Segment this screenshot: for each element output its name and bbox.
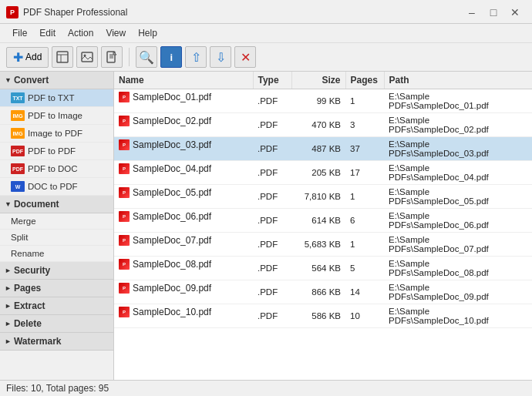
pdf-row-icon: P <box>119 211 130 222</box>
sidebar-item-pdf-to-doc[interactable]: PDF PDF to DOC <box>0 160 113 178</box>
extract-section-label: Extract <box>14 300 45 311</box>
pages-section-header[interactable]: ► Pages <box>0 280 113 297</box>
table-row[interactable]: PSampleDoc_10.pdf.PDF586 KB10E:\Sample P… <box>114 304 532 328</box>
file-pages: 1 <box>345 185 384 209</box>
file-size: 564 KB <box>291 257 345 280</box>
sidebar-item-merge[interactable]: Merge <box>0 213 113 230</box>
convert-section-header[interactable]: ▼ Convert <box>0 72 113 89</box>
file-name: SampleDoc_08.pdf <box>133 259 211 270</box>
col-size[interactable]: Size <box>291 72 345 89</box>
maximize-button[interactable]: □ <box>483 5 504 20</box>
table-row[interactable]: PSampleDoc_09.pdf.PDF866 KB14E:\Sample P… <box>114 280 532 304</box>
table-row[interactable]: PSampleDoc_03.pdf.PDF487 KB37E:\Sample P… <box>114 137 532 161</box>
minimize-button[interactable]: – <box>461 5 483 20</box>
sidebar-item-doc-to-pdf[interactable]: W DOC to PDF <box>0 178 113 196</box>
document-button[interactable] <box>101 46 123 68</box>
file-type: .PDF <box>253 113 291 137</box>
pdf-row-icon: P <box>119 307 130 317</box>
sidebar-item-split[interactable]: Split <box>0 230 113 246</box>
extract-section-header[interactable]: ► Extract <box>0 297 113 315</box>
svg-rect-3 <box>82 52 93 62</box>
page-layout-button[interactable] <box>52 46 73 68</box>
watermark-section-header[interactable]: ► Watermark <box>0 333 113 351</box>
menu-action[interactable]: Action <box>62 25 99 41</box>
add-button[interactable]: ✚ Add <box>6 47 49 68</box>
image-button[interactable] <box>76 46 98 68</box>
table-row[interactable]: PSampleDoc_07.pdf.PDF5,683 KB1E:\Sample … <box>114 233 532 257</box>
file-name: SampleDoc_10.pdf <box>133 307 211 317</box>
menu-help[interactable]: Help <box>132 25 163 41</box>
file-path: E:\Sample PDFs\SampleDoc_06.pdf <box>384 209 532 233</box>
sidebar-item-pdf-to-txt[interactable]: TXT PDF to TXT <box>0 89 113 107</box>
col-type[interactable]: Type <box>253 72 291 89</box>
file-name: SampleDoc_03.pdf <box>133 139 211 150</box>
file-name: SampleDoc_02.pdf <box>133 116 211 126</box>
file-name: SampleDoc_01.pdf <box>133 92 211 102</box>
file-pages: 14 <box>345 280 384 304</box>
file-path: E:\Sample PDFs\SampleDoc_09.pdf <box>384 280 532 304</box>
info-button[interactable]: i <box>160 46 182 68</box>
col-pages[interactable]: Pages <box>345 72 384 89</box>
file-type: .PDF <box>253 185 291 209</box>
sidebar-item-pdf-to-image[interactable]: IMG PDF to Image <box>0 107 113 125</box>
delete-section-header[interactable]: ► Delete <box>0 315 113 333</box>
pdf-row-icon: P <box>119 163 130 174</box>
delete-button[interactable]: ✕ <box>234 46 256 68</box>
col-path[interactable]: Path <box>384 72 532 89</box>
table-row[interactable]: PSampleDoc_05.pdf.PDF7,810 KB1E:\Sample … <box>114 185 532 209</box>
security-section-label: Security <box>14 265 50 276</box>
table-row[interactable]: PSampleDoc_08.pdf.PDF564 KB5E:\Sample PD… <box>114 257 532 280</box>
sidebar-item-pdf-to-pdf[interactable]: PDF PDF to PDF <box>0 143 113 160</box>
move-up-button[interactable]: ⇧ <box>185 46 207 68</box>
main-layout: ▼ Convert TXT PDF to TXT IMG PDF to Imag… <box>0 72 532 380</box>
close-button[interactable]: ✕ <box>504 5 526 20</box>
pdf-row-icon: P <box>119 187 130 198</box>
file-size: 5,683 KB <box>291 233 345 257</box>
extract-arrow-icon: ► <box>5 302 12 310</box>
menu-view[interactable]: View <box>99 25 132 41</box>
menu-file[interactable]: File <box>6 25 33 41</box>
main-toolbar: ✚ Add 🔍 i ⇧ ⇩ ✕ <box>0 43 532 72</box>
convert-section-label: Convert <box>14 75 49 86</box>
table-row[interactable]: PSampleDoc_06.pdf.PDF614 KB6E:\Sample PD… <box>114 209 532 233</box>
security-section-header[interactable]: ► Security <box>0 262 113 280</box>
pages-section-label: Pages <box>14 283 41 294</box>
document-section-header[interactable]: ▼ Document <box>0 196 113 213</box>
file-type: .PDF <box>253 161 291 185</box>
file-pages: 17 <box>345 161 384 185</box>
convert-arrow-icon: ▼ <box>5 76 12 84</box>
sidebar-item-image-to-pdf[interactable]: IMG Image to PDF <box>0 125 113 143</box>
svg-rect-0 <box>57 52 68 62</box>
file-pages: 6 <box>345 209 384 233</box>
menu-edit[interactable]: Edit <box>33 25 62 41</box>
file-size: 470 KB <box>291 113 345 137</box>
img-icon-2: IMG <box>11 128 25 139</box>
move-down-button[interactable]: ⇩ <box>210 46 231 68</box>
file-pages: 1 <box>345 89 384 113</box>
pdf-row-icon: P <box>119 139 130 150</box>
col-name[interactable]: Name <box>114 72 253 89</box>
file-path: E:\Sample PDFs\SampleDoc_04.pdf <box>384 161 532 185</box>
sidebar-label-rename: Rename <box>11 249 44 258</box>
table-row[interactable]: PSampleDoc_04.pdf.PDF205 KB17E:\Sample P… <box>114 161 532 185</box>
sidebar-label-split: Split <box>11 233 28 242</box>
sidebar: ▼ Convert TXT PDF to TXT IMG PDF to Imag… <box>0 72 114 380</box>
file-size: 866 KB <box>291 280 345 304</box>
file-name: SampleDoc_05.pdf <box>133 187 211 198</box>
table-row[interactable]: PSampleDoc_02.pdf.PDF470 KB3E:\Sample PD… <box>114 113 532 137</box>
sidebar-label-pdf-to-image: PDF to Image <box>28 111 82 120</box>
file-type: .PDF <box>253 257 291 280</box>
app-title: PDF Shaper Professional <box>23 7 127 18</box>
file-type: .PDF <box>253 233 291 257</box>
add-icon: ✚ <box>13 50 23 65</box>
file-pages: 3 <box>345 113 384 137</box>
file-type: .PDF <box>253 304 291 328</box>
file-type: .PDF <box>253 137 291 161</box>
table-row[interactable]: PSampleDoc_01.pdf.PDF99 KB1E:\Sample PDF… <box>114 89 532 113</box>
file-name: SampleDoc_04.pdf <box>133 163 211 174</box>
doc-icon: W <box>11 181 25 192</box>
title-bar-left: P PDF Shaper Professional <box>6 6 127 18</box>
sidebar-item-rename[interactable]: Rename <box>0 246 113 262</box>
sidebar-label-pdf-to-doc: PDF to DOC <box>28 164 78 173</box>
search-button[interactable]: 🔍 <box>136 46 157 68</box>
